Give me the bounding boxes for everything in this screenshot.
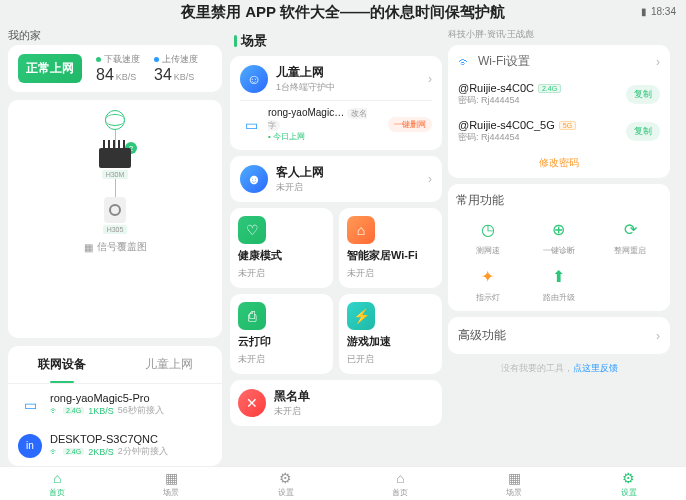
- nav-icon: ⚙: [622, 470, 635, 486]
- feature-icon: ♡: [238, 216, 266, 244]
- kids-online-card[interactable]: ☺ 儿童上网 1台终端守护中 › ▭ rong-yaoMagic… 改名字 • …: [230, 56, 442, 150]
- download-speed: 下载速度 84KB/S: [96, 53, 140, 84]
- my-home-label: 我的家: [8, 28, 222, 43]
- tool-item[interactable]: ⟳ 整网重启: [599, 217, 662, 256]
- topology-card: 2 H30M H305 ▦ 信号覆盖图: [8, 100, 222, 338]
- nav-item[interactable]: ⌂ 首页: [0, 467, 114, 500]
- advanced-features-card[interactable]: 高级功能 ›: [448, 317, 670, 354]
- blacklist-card[interactable]: ✕ 黑名单 未开启: [230, 380, 442, 426]
- tool-icon: ⊕: [547, 217, 571, 241]
- guest-online-card[interactable]: ☻ 客人上网 未开启 ›: [230, 156, 442, 202]
- status-bar: ▮ 18:34: [641, 6, 676, 17]
- copy-button[interactable]: 复制: [626, 85, 660, 104]
- upload-speed: 上传速度 34KB/S: [154, 53, 198, 84]
- globe-icon: [105, 110, 125, 130]
- tool-item[interactable]: ◷ 测网速: [456, 217, 519, 256]
- net-status-badge: 正常上网: [18, 54, 82, 83]
- camera-icon: [104, 197, 126, 223]
- nav-item[interactable]: ▦ 场景: [457, 467, 571, 500]
- feature-card[interactable]: ♡ 健康模式 未开启: [230, 208, 333, 288]
- nav-item[interactable]: ⌂ 首页: [343, 467, 457, 500]
- device-list-card: 联网设备 儿童上网 ▭ rong-yaoMagic5-Pro ᯤ2.4G1KB/…: [8, 346, 222, 466]
- feature-icon: ⌂: [347, 216, 375, 244]
- camera-node[interactable]: H305: [103, 197, 128, 234]
- ssid-row: @Ruijie-s4C0C2.4G 密码: Rj444454 复制: [458, 76, 660, 113]
- chevron-right-icon: ›: [428, 72, 432, 86]
- tool-icon: ⬆: [547, 264, 571, 288]
- grid-icon: ▦: [84, 242, 93, 253]
- chevron-right-icon: ›: [656, 329, 660, 343]
- feature-icon: ⚡: [347, 302, 375, 330]
- delete-net-button[interactable]: 一键删网: [388, 117, 432, 132]
- tool-item[interactable]: ⬆ 路由升级: [527, 264, 590, 303]
- ssid-row: @Ruijie-s4C0C_5G5G 密码: Rj444454 复制: [458, 113, 660, 150]
- device-row[interactable]: ▭ rong-yaoMagic5-Pro ᯤ2.4G1KB/S56秒前接入: [8, 384, 222, 425]
- device-row[interactable]: in DESKTOP-S3C7QNC ᯤ2.4G2KB/S2分钟前接入: [8, 425, 222, 466]
- feature-card[interactable]: ⌂ 智能家居Wi-Fi 未开启: [339, 208, 442, 288]
- copy-button[interactable]: 复制: [626, 122, 660, 141]
- feature-card[interactable]: ⎙ 云打印 未开启: [230, 294, 333, 374]
- chevron-right-icon: ›: [656, 55, 660, 69]
- feature-card[interactable]: ⚡ 游戏加速 已开启: [339, 294, 442, 374]
- tool-icon: ⟳: [618, 217, 642, 241]
- chevron-right-icon: ›: [428, 172, 432, 186]
- nav-icon: ⌂: [53, 470, 61, 486]
- wifi-settings-header[interactable]: ᯤ Wi-Fi设置 ›: [458, 53, 660, 70]
- bottom-nav: ⌂ 首页 ▦ 场景 ⚙ 设置 ⌂ 首页 ▦ 场景 ⚙ 设置: [0, 466, 686, 500]
- blacklist-icon: ✕: [238, 389, 266, 417]
- coverage-link[interactable]: ▦ 信号覆盖图: [84, 240, 147, 254]
- tool-icon: ◷: [476, 217, 500, 241]
- intel-icon: in: [18, 434, 42, 458]
- tab-kids-online[interactable]: 儿童上网: [115, 346, 222, 383]
- tab-linked-devices[interactable]: 联网设备: [8, 346, 115, 383]
- nav-icon: ▦: [165, 470, 178, 486]
- page-title: 夜里禁用 APP 软件大全——的休息时间保驾护航: [0, 0, 686, 24]
- router-node[interactable]: 2 H30M: [99, 148, 131, 179]
- change-password-link[interactable]: 修改密码: [458, 150, 660, 170]
- nav-icon: ▦: [508, 470, 521, 486]
- common-tools-card: 常用功能 ◷ 测网速 ⊕ 一键诊断 ⟳ 整网重启 ✦ 指示灯 ⬆ 路由升级: [448, 184, 670, 311]
- guest-avatar-icon: ☻: [240, 165, 268, 193]
- wifi-icon: ᯤ: [50, 406, 59, 416]
- nav-icon: ⚙: [279, 470, 292, 486]
- laptop-icon: ▭: [18, 393, 42, 417]
- feedback-text: 没有我要的工具，点这里反馈: [448, 362, 670, 375]
- tool-item[interactable]: ✦ 指示灯: [456, 264, 519, 303]
- feature-icon: ⎙: [238, 302, 266, 330]
- feedback-link[interactable]: 点这里反馈: [573, 363, 618, 373]
- tool-item[interactable]: ⊕ 一键诊断: [527, 217, 590, 256]
- router-icon: [99, 148, 131, 168]
- sub-header-line: 科技小胖·资讯·王战彪: [448, 28, 670, 41]
- network-status-card: 正常上网 下载速度 84KB/S 上传速度 34KB/S: [8, 45, 222, 92]
- status-time: 18:34: [651, 6, 676, 17]
- wifi-icon: ᯤ: [50, 447, 59, 457]
- wifi-settings-card: ᯤ Wi-Fi设置 › @Ruijie-s4C0C2.4G 密码: Rj4444…: [448, 45, 670, 178]
- nav-icon: ⌂: [396, 470, 404, 486]
- nav-item[interactable]: ⚙ 设置: [572, 467, 686, 500]
- wifi-icon: ᯤ: [458, 54, 472, 70]
- section-scene: 场景: [234, 32, 442, 50]
- kid-avatar-icon: ☺: [240, 65, 268, 93]
- nav-item[interactable]: ⚙ 设置: [229, 467, 343, 500]
- battery-icon: ▮: [641, 6, 647, 17]
- laptop-icon: ▭: [240, 114, 262, 136]
- nav-item[interactable]: ▦ 场景: [114, 467, 228, 500]
- tool-icon: ✦: [476, 264, 500, 288]
